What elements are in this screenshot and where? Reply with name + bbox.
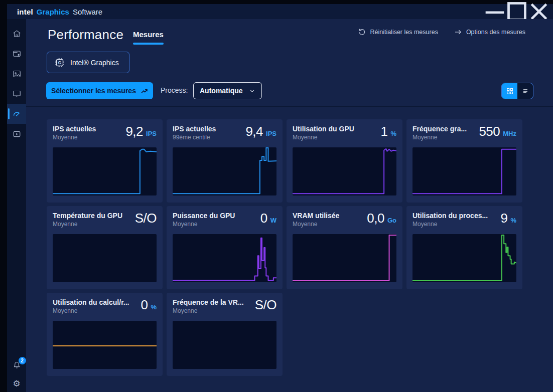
view-toggle bbox=[501, 83, 533, 99]
metric-card-header: IPS actuelles Moyenne 9,2 IPS bbox=[53, 124, 157, 144]
sidebar-item-apps[interactable] bbox=[7, 44, 26, 64]
metric-value: 9 bbox=[500, 211, 507, 225]
sparkline-svg bbox=[293, 234, 396, 282]
gpu-selector-label: Intel® Graphics bbox=[70, 59, 119, 67]
chevron-down-icon bbox=[249, 88, 255, 94]
metric-subtitle: 99ème centile bbox=[173, 133, 216, 141]
metric-unit: W bbox=[270, 217, 276, 224]
metric-subtitle: Moyenne bbox=[293, 133, 354, 141]
metric-title: Utilisation du proces... bbox=[412, 211, 488, 220]
measure-options-button[interactable]: Options des mesures bbox=[454, 28, 525, 36]
brand-graphics: Graphics bbox=[37, 8, 69, 16]
metric-value-group: 550 MHz bbox=[479, 124, 516, 138]
metric-subtitle: Moyenne bbox=[412, 133, 467, 141]
settings-button[interactable]: ⚙ bbox=[13, 379, 20, 388]
metric-unit: % bbox=[390, 130, 396, 137]
metric-unit: IPS bbox=[146, 130, 157, 137]
metric-value-group: 1 % bbox=[380, 124, 396, 138]
sparkline-svg bbox=[53, 234, 157, 282]
metric-subtitle: Moyenne bbox=[53, 220, 122, 228]
metric-title: IPS actuelles bbox=[53, 124, 96, 133]
tab-mesures[interactable]: Mesures bbox=[133, 30, 164, 45]
metric-subtitle: Moyenne bbox=[53, 307, 129, 315]
list-view-button[interactable] bbox=[517, 83, 533, 99]
metric-value: 9,4 bbox=[245, 124, 263, 138]
select-measures-button[interactable]: Sélectionner les mesures bbox=[46, 82, 153, 99]
sparkline-svg bbox=[412, 234, 516, 282]
reset-measures-button[interactable]: Réinitialiser les mesures bbox=[358, 28, 438, 36]
monitor-icon bbox=[12, 89, 22, 99]
metric-value-group: S/O bbox=[135, 211, 157, 225]
metric-value: 9,2 bbox=[125, 124, 143, 138]
metric-sparkline bbox=[293, 147, 396, 195]
metric-card: Utilisation du calcul/r... Moyenne 0 % bbox=[47, 293, 163, 376]
minimize-button[interactable] bbox=[484, 5, 506, 19]
list-view-icon bbox=[521, 87, 529, 95]
notification-badge: 2 bbox=[19, 357, 26, 364]
metric-value: 550 bbox=[479, 124, 500, 138]
process-label: Process: bbox=[161, 86, 188, 94]
select-measures-label: Sélectionner les mesures bbox=[51, 87, 136, 95]
sparkline-svg bbox=[293, 147, 396, 195]
apps-window-icon bbox=[12, 49, 22, 59]
metric-value-group: S/O bbox=[255, 298, 276, 312]
metric-title: VRAM utilisée bbox=[293, 211, 339, 220]
sidebar-item-media-gallery[interactable] bbox=[7, 64, 26, 84]
metric-card-header: VRAM utilisée Moyenne 0,0 Go bbox=[293, 211, 396, 231]
gear-icon: ⚙ bbox=[13, 379, 20, 388]
metric-unit: % bbox=[151, 303, 157, 311]
metric-unit: % bbox=[510, 217, 516, 224]
metric-sparkline bbox=[412, 234, 516, 282]
image-icon bbox=[12, 69, 22, 79]
sidebar-item-display[interactable] bbox=[7, 84, 26, 104]
metric-card: IPS actuelles Moyenne 9,2 IPS bbox=[47, 119, 163, 203]
reset-icon bbox=[358, 28, 366, 36]
metric-unit: IPS bbox=[266, 130, 276, 137]
measure-options-label: Options des mesures bbox=[466, 29, 525, 36]
metric-card: Fréquence de la VR... Moyenne S/O bbox=[167, 293, 283, 376]
metric-sparkline bbox=[173, 234, 276, 282]
metric-subtitle: Moyenne bbox=[173, 307, 244, 315]
home-icon bbox=[12, 29, 22, 39]
sidebar-item-capture[interactable] bbox=[7, 124, 26, 144]
grid-view-button[interactable] bbox=[502, 83, 517, 99]
metric-value-group: 0 W bbox=[260, 211, 276, 225]
metric-card: Puissance du GPU Moyenne 0 W bbox=[167, 206, 283, 289]
sidebar-item-home[interactable] bbox=[7, 24, 26, 44]
sidebar-item-performance[interactable] bbox=[7, 104, 26, 124]
metric-card-header: Fréquence gra... Moyenne 550 MHz bbox=[412, 124, 516, 144]
maximize-button[interactable] bbox=[506, 5, 528, 19]
process-select[interactable]: Automatique bbox=[193, 82, 262, 99]
metric-sparkline bbox=[53, 147, 157, 195]
metric-unit: Go bbox=[387, 217, 396, 224]
metric-value: 1 bbox=[380, 124, 387, 138]
sparkline-svg bbox=[173, 234, 276, 282]
gpu-selector-button[interactable]: G Intel® Graphics bbox=[47, 52, 129, 73]
metric-card-header: Utilisation du calcul/r... Moyenne 0 % bbox=[53, 298, 157, 318]
app-window: intel Graphics Software bbox=[7, 4, 553, 392]
close-button[interactable] bbox=[528, 5, 550, 19]
metric-value: S/O bbox=[135, 211, 157, 225]
gpu-chip-icon: G bbox=[54, 57, 65, 68]
sparkline-svg bbox=[173, 321, 276, 369]
sparkline-svg bbox=[53, 147, 157, 195]
metric-card: Utilisation du proces... Moyenne 9 % bbox=[406, 206, 522, 289]
metric-sparkline bbox=[412, 147, 516, 195]
metric-sparkline bbox=[173, 147, 276, 195]
metric-sparkline bbox=[293, 234, 396, 282]
metric-card-header: Puissance du GPU Moyenne 0 W bbox=[173, 211, 276, 231]
process-select-value: Automatique bbox=[200, 87, 243, 95]
sparkline-svg bbox=[412, 147, 516, 195]
trend-up-icon bbox=[141, 87, 148, 95]
metric-card: IPS actuelles 99ème centile 9,4 IPS bbox=[167, 119, 283, 203]
metric-card: Fréquence gra... Moyenne 550 MHz bbox=[406, 119, 522, 203]
window-controls bbox=[484, 5, 550, 19]
tab-label: Mesures bbox=[133, 30, 164, 39]
metric-sparkline bbox=[53, 234, 157, 282]
metric-value-group: 9,4 IPS bbox=[245, 124, 276, 138]
metric-title: Fréquence de la VR... bbox=[173, 298, 244, 307]
sparkline-svg bbox=[173, 147, 276, 195]
brand-software: Software bbox=[73, 8, 102, 16]
notifications-button[interactable]: 2 bbox=[12, 360, 22, 370]
main-panel: Performance Mesures Réinitialiser les me… bbox=[26, 19, 553, 392]
